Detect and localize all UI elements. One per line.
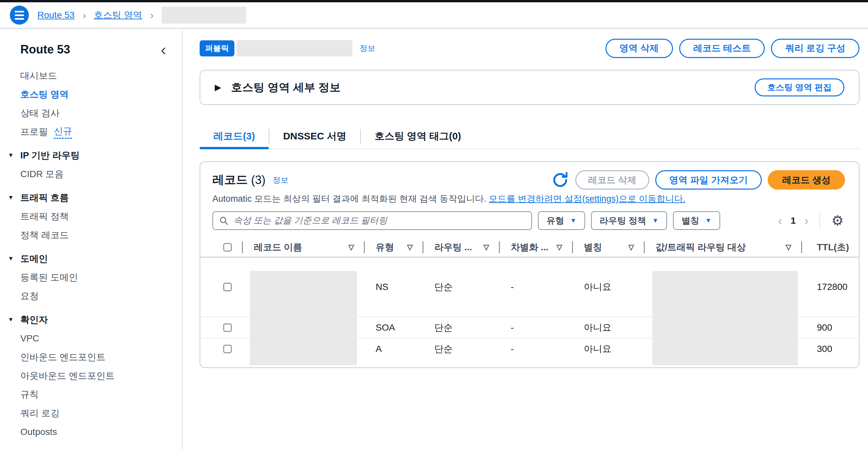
- configure-query-logging-button[interactable]: 쿼리 로깅 구성: [771, 39, 860, 58]
- sort-icon[interactable]: ▽: [557, 243, 562, 251]
- caret-right-icon[interactable]: ▶: [215, 82, 221, 92]
- dropdown-label: 별칭: [681, 215, 699, 227]
- column-header-ttl[interactable]: TTL(초): [801, 237, 859, 258]
- breadcrumb-bar: Route 53 › 호스팅 영역 ›: [0, 2, 868, 29]
- column-header-value[interactable]: 값/트래픽 라우팅 대상 ▽: [644, 237, 801, 258]
- caret-down-icon: ▼: [570, 217, 577, 224]
- select-all-checkbox[interactable]: [200, 243, 242, 251]
- sidebar-section-label: IP 기반 라우팅: [20, 149, 80, 162]
- settings-gear-icon[interactable]: ⚙: [831, 214, 844, 228]
- settings-mode-link[interactable]: 모드를 변경하려면 설정(settings)으로 이동합니다.: [489, 194, 685, 204]
- type-filter-dropdown[interactable]: 유형 ▼: [538, 211, 585, 230]
- column-header-differentiator[interactable]: 차별화 ... ▽: [499, 237, 572, 258]
- sidebar-item-vpc[interactable]: VPC: [0, 329, 182, 348]
- differentiator-cell: -: [499, 282, 572, 292]
- breadcrumb-link-hosted-zones[interactable]: 호스팅 영역: [94, 9, 142, 21]
- chevron-right-icon: ›: [150, 9, 154, 21]
- record-type-cell: SOA: [364, 322, 423, 333]
- sort-icon[interactable]: ▽: [348, 243, 354, 251]
- search-icon: [219, 216, 229, 226]
- ttl-cell: 172800: [801, 282, 859, 292]
- column-header-routing-policy[interactable]: 라우팅 ... ▽: [423, 237, 499, 258]
- sidebar-item-outbound-endpoints[interactable]: 아웃바운드 엔드포인트: [0, 366, 182, 385]
- hamburger-menu-icon[interactable]: [10, 6, 29, 25]
- sidebar-item-inbound-endpoints[interactable]: 인바운드 엔드포인트: [0, 348, 182, 366]
- column-header-record-name[interactable]: 레코드 이름 ▽: [242, 237, 364, 258]
- column-header-type[interactable]: 유형 ▽: [364, 237, 423, 258]
- records-count: (3): [251, 173, 266, 187]
- routing-policy-cell: 단순: [423, 343, 499, 355]
- sidebar-item-traffic-policies[interactable]: 트래픽 정책: [0, 207, 182, 226]
- description-text: Automatic 모드는 최상의 필터 결과에 최적화된 현재 검색 동작입니…: [212, 194, 487, 204]
- routing-policy-cell: 단순: [423, 322, 499, 334]
- sidebar-item-query-logging[interactable]: 쿼리 로깅: [0, 404, 182, 422]
- sort-icon[interactable]: ▽: [628, 243, 634, 251]
- sidebar-title: Route 53: [20, 42, 70, 56]
- import-zone-file-button[interactable]: 영역 파일 가져오기: [655, 170, 762, 189]
- sidebar-item-rules[interactable]: 규칙: [0, 385, 182, 404]
- sidebar-item-outposts[interactable]: Outposts: [0, 422, 182, 441]
- differentiator-cell: -: [499, 322, 572, 333]
- alias-filter-dropdown[interactable]: 별칭 ▼: [673, 211, 720, 230]
- zone-info-link[interactable]: 정보: [360, 43, 375, 54]
- caret-down-icon: ▼: [705, 217, 712, 224]
- sidebar-collapse-icon[interactable]: ‹: [161, 43, 166, 56]
- tab-dnssec-signing[interactable]: DNSSEC 서명: [270, 124, 360, 149]
- routing-policy-filter-dropdown[interactable]: 라우팅 정책 ▼: [591, 211, 667, 230]
- row-checkbox[interactable]: [200, 283, 242, 291]
- sidebar-section-label: 도메인: [20, 252, 48, 265]
- sidebar-item-requests[interactable]: 요청: [0, 287, 182, 305]
- records-panel: 레코드 (3) 정보 레코드 삭제 영역 파일 가져오기 레코드 생성: [199, 161, 860, 368]
- sidebar-item-profiles[interactable]: 프로필 신규: [0, 122, 182, 141]
- record-filter-searchbox[interactable]: [212, 211, 532, 230]
- sidebar: Route 53 ‹ 대시보드 호스팅 영역 상태 검사 프로필 신규 ▼ IP…: [0, 29, 183, 449]
- column-label: TTL(초): [817, 241, 849, 253]
- hosted-zone-details-panel: ▶ 호스팅 영역 세부 정보 호스팅 영역 편집: [199, 70, 860, 105]
- sidebar-section-ip-routing[interactable]: ▼ IP 기반 라우팅: [0, 146, 182, 164]
- delete-zone-button[interactable]: 영역 삭제: [606, 39, 673, 58]
- sidebar-item-health-checks[interactable]: 상태 검사: [0, 103, 182, 122]
- dropdown-label: 유형: [547, 215, 564, 227]
- chevron-right-icon: ›: [83, 9, 86, 21]
- column-label: 유형: [376, 241, 394, 253]
- differentiator-cell: -: [499, 344, 572, 354]
- previous-page-icon[interactable]: ‹: [778, 214, 782, 227]
- test-record-button[interactable]: 레코드 테스트: [679, 39, 765, 58]
- filter-toolbar: 유형 ▼ 라우팅 정책 ▼ 별칭 ▼ ‹ 1 › ⚙: [200, 211, 859, 230]
- breadcrumb-link-route53[interactable]: Route 53: [37, 10, 75, 20]
- sidebar-section-resolver[interactable]: ▼ 확인자: [0, 310, 182, 329]
- row-checkbox[interactable]: [200, 323, 242, 332]
- sidebar-section-domains[interactable]: ▼ 도메인: [0, 249, 182, 268]
- column-label: 차별화 ...: [511, 241, 549, 253]
- record-filter-input[interactable]: [234, 215, 525, 226]
- tab-records[interactable]: 레코드(3): [199, 124, 269, 149]
- sidebar-item-label: 프로필: [20, 126, 48, 138]
- sort-icon[interactable]: ▽: [407, 243, 413, 251]
- sidebar-item-cidr-collections[interactable]: CIDR 모음: [0, 164, 182, 183]
- tab-hosted-zone-tags[interactable]: 호스팅 영역 태그(0): [361, 124, 475, 149]
- caret-down-icon: ▼: [8, 194, 14, 201]
- sidebar-item-registered-domains[interactable]: 등록된 도메인: [0, 268, 182, 287]
- column-label: 라우팅 ...: [434, 241, 472, 253]
- sidebar-item-dashboard[interactable]: 대시보드: [0, 66, 182, 85]
- delete-record-button[interactable]: 레코드 삭제: [575, 170, 649, 189]
- sort-icon[interactable]: ▽: [484, 243, 489, 251]
- edit-hosted-zone-button[interactable]: 호스팅 영역 편집: [754, 79, 844, 96]
- ttl-cell: 900: [801, 322, 859, 333]
- sidebar-section-traffic-flow[interactable]: ▼ 트래픽 흐름: [0, 188, 182, 207]
- records-info-link[interactable]: 정보: [273, 175, 288, 185]
- sidebar-item-policy-records[interactable]: 정책 레코드: [0, 226, 182, 244]
- sidebar-item-hosted-zones[interactable]: 호스팅 영역: [0, 85, 182, 103]
- caret-down-icon: ▼: [652, 217, 658, 224]
- sort-icon[interactable]: ▽: [786, 243, 791, 251]
- redacted-zone-name-title: [237, 40, 352, 56]
- row-checkbox[interactable]: [200, 345, 242, 353]
- column-header-alias[interactable]: 별칭 ▽: [572, 237, 644, 258]
- current-page[interactable]: 1: [790, 215, 796, 226]
- next-page-icon[interactable]: ›: [804, 214, 809, 227]
- redacted-record-values: [652, 271, 798, 365]
- create-record-button[interactable]: 레코드 생성: [768, 170, 845, 189]
- redacted-record-names: [250, 271, 357, 365]
- sidebar-nav: 대시보드 호스팅 영역 상태 검사 프로필 신규 ▼ IP 기반 라우팅 CID…: [0, 66, 182, 441]
- refresh-icon[interactable]: [551, 171, 569, 189]
